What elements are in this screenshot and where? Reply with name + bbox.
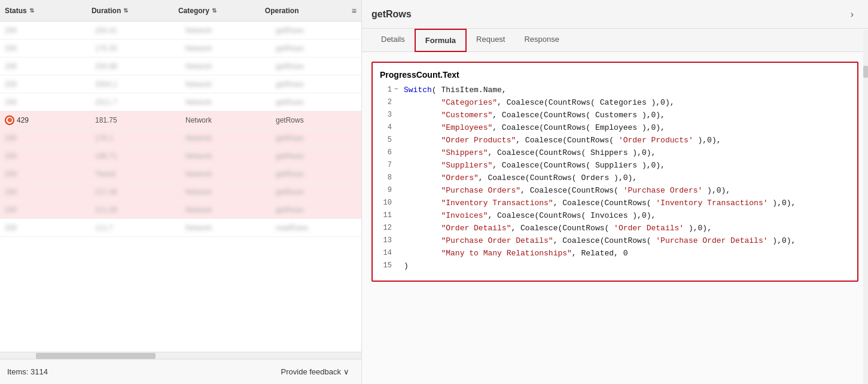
cell-status: 200 (0, 169, 90, 179)
cell-duration: 217.48 (90, 187, 181, 197)
sort-icon-category: ⇅ (212, 7, 217, 14)
code-line: 15 ) (380, 261, 850, 273)
code-line: 1 − Switch( ThisItem.Name, (380, 86, 850, 97)
right-panel: getRows › Details Formula Request Respon… (362, 0, 868, 384)
left-panel: Status ⇅ Duration ⇅ Category ⇅ Operation… (0, 0, 362, 384)
cell-duration: 176.1 (90, 133, 181, 144)
cell-operation: getRows (271, 79, 361, 90)
code-line: 10 "Inventory Transactions", Coalesce(Co… (380, 199, 850, 211)
right-scroll-thumb (863, 66, 868, 78)
table-row[interactable]: 200 175.35 Network getRows (0, 39, 361, 57)
cell-duration: 211.09 (90, 205, 181, 215)
tab-formula[interactable]: Formula (415, 29, 467, 52)
table-footer: Items: 3114 Provide feedback ∨ (0, 359, 361, 384)
cell-status: 200 (0, 25, 90, 36)
table-row[interactable]: 200 203.41 Network getRows (0, 22, 361, 39)
code-line: 9 "Purchase Orders", Coalesce(CountRows(… (380, 186, 850, 198)
code-line: 14 "Many to Many Relationships", Related… (380, 249, 850, 261)
chevron-down-icon: ∨ (343, 367, 349, 376)
code-line: 13 "Purchase Order Details", Coalesce(Co… (380, 236, 850, 248)
right-content: ProgressCount.Text 1 − Switch( ThisItem.… (362, 52, 868, 384)
cell-category: Network (181, 151, 271, 161)
main-container: Status ⇅ Duration ⇅ Category ⇅ Operation… (0, 0, 868, 384)
items-count: Items: 3114 (7, 367, 48, 376)
cell-duration: 203.41 (90, 25, 181, 36)
cell-status-error: ⊗ 429 (0, 114, 90, 126)
cell-status: 200 (0, 133, 90, 144)
table-row[interactable]: 200 211.09 Network getRows (0, 201, 361, 219)
code-line: 5 "Order Products", Coalesce(CountRows( … (380, 136, 850, 148)
sort-icon-status: ⇅ (29, 7, 34, 14)
h-scroll-thumb (36, 353, 156, 359)
cell-category: Network (181, 43, 271, 54)
cell-category: Network (181, 133, 271, 144)
cell-operation: getRows (271, 133, 361, 144)
cell-operation: getRows (271, 61, 361, 72)
table-row[interactable]: 200 Tiered Network getRows (0, 165, 361, 183)
collapse-icon[interactable]: − (394, 86, 404, 93)
cell-duration: 186.71 (90, 151, 181, 161)
table-row[interactable]: 200 186.71 Network getRows (0, 147, 361, 165)
cell-duration-error: 181.75 (90, 115, 181, 126)
cell-category: Network (181, 61, 271, 72)
table-row[interactable]: 200 204.98 Network getRows (0, 57, 361, 75)
cell-operation: getRows (271, 169, 361, 179)
cell-category: Network (181, 169, 271, 179)
table-row[interactable]: 200 217.48 Network getRows (0, 183, 361, 201)
cell-category: Network (181, 187, 271, 197)
cell-category: Network (181, 223, 271, 233)
cell-status: 200 (0, 223, 90, 233)
status-number: 429 (17, 116, 29, 124)
cell-operation-error: getRows (271, 115, 361, 126)
right-panel-header: getRows › (362, 0, 868, 29)
code-line: 4 "Employees", Coalesce(CountRows( Emplo… (380, 123, 850, 135)
code-line: 8 "Orders", Coalesce(CountRows( Orders )… (380, 173, 850, 185)
cell-duration: Tiered (90, 169, 181, 179)
cell-category: Network (181, 25, 271, 36)
table-row-error[interactable]: ⊗ 429 181.75 Network getRows (0, 111, 361, 129)
cell-operation: readRows (271, 223, 361, 233)
cell-duration: 2004.1 (90, 79, 181, 90)
code-line: 6 "Shippers", Coalesce(CountRows( Shippe… (380, 148, 850, 160)
cell-status: 200 (0, 61, 90, 72)
error-badge: ⊗ (5, 115, 14, 125)
cell-status: 200 (0, 187, 90, 197)
formula-box: ProgressCount.Text 1 − Switch( ThisItem.… (371, 62, 858, 282)
cell-status: 200 (0, 205, 90, 215)
table-row[interactable]: 200 2011.7 Network getRows (0, 93, 361, 111)
provide-feedback-button[interactable]: Provide feedback ∨ (276, 365, 354, 379)
cell-duration: 175.35 (90, 43, 181, 54)
cell-duration: 2011.7 (90, 97, 181, 108)
cell-duration: 111.7 (90, 223, 181, 233)
header-duration: Duration ⇅ (87, 4, 173, 17)
table-header: Status ⇅ Duration ⇅ Category ⇅ Operation… (0, 0, 361, 22)
cell-category: Network (181, 79, 271, 90)
panel-title: getRows (371, 9, 412, 20)
cell-status: 200 (0, 97, 90, 108)
header-status: Status ⇅ (0, 4, 87, 17)
cell-operation: getRows (271, 97, 361, 108)
table-body: 200 203.41 Network getRows 200 175.35 Ne… (0, 22, 361, 352)
table-row[interactable]: 200 111.7 Network readRows (0, 219, 361, 237)
horizontal-scrollbar[interactable] (0, 352, 361, 359)
code-line: 11 "Invoices", Coalesce(CountRows( Invoi… (380, 211, 850, 223)
formula-property-name: ProgressCount.Text (380, 70, 850, 80)
cell-status: 200 (0, 43, 90, 54)
right-scrollbar[interactable] (863, 30, 868, 384)
tab-details[interactable]: Details (371, 29, 415, 52)
header-menu-icon[interactable]: ≡ (347, 6, 361, 16)
code-lines: 1 − Switch( ThisItem.Name, 2 "Categories… (380, 86, 850, 273)
cell-status: 200 (0, 79, 90, 90)
sort-icon-duration: ⇅ (123, 7, 128, 14)
header-category: Category ⇅ (173, 4, 260, 17)
table-row[interactable]: 200 176.1 Network getRows (0, 129, 361, 147)
cell-operation: getRows (271, 43, 361, 54)
close-panel-button[interactable]: › (846, 7, 858, 22)
cell-operation: getRows (271, 187, 361, 197)
header-operation: Operation (260, 4, 347, 17)
tab-request[interactable]: Request (467, 29, 514, 52)
cell-duration: 204.98 (90, 61, 181, 72)
cell-operation: getRows (271, 151, 361, 161)
tab-response[interactable]: Response (514, 29, 569, 52)
table-row[interactable]: 200 2004.1 Network getRows (0, 75, 361, 93)
